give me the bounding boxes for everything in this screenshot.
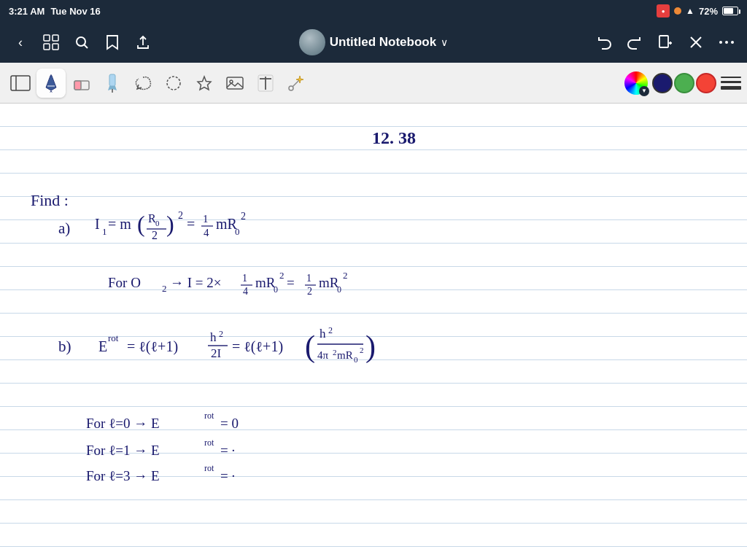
svg-text:h: h	[320, 327, 326, 341]
for-l1-label: For ℓ=1 → E	[86, 443, 160, 458]
battery-percentage: 72%	[699, 6, 718, 17]
svg-point-21	[167, 77, 180, 90]
svg-text:): )	[365, 330, 376, 364]
svg-text:2: 2	[219, 329, 223, 339]
svg-text:→  I = 2×: → I = 2×	[170, 275, 222, 290]
top-toolbar: ‹ Untitled Notebook ∨	[0, 22, 747, 63]
part-a-formula: I	[95, 216, 100, 232]
svg-line-5	[85, 45, 88, 49]
svg-point-29	[289, 86, 293, 90]
svg-text:2: 2	[279, 270, 285, 281]
svg-text:1: 1	[102, 226, 107, 237]
svg-text:4: 4	[243, 286, 248, 297]
toolbar-right	[591, 29, 740, 55]
magic-tool[interactable]	[282, 69, 311, 98]
status-bar: 3:21 AM Tue Nov 16 ● ▲ 72%	[0, 0, 747, 22]
color-picker-container: ▼	[624, 71, 648, 95]
color-red[interactable]	[696, 73, 716, 93]
time-display: 3:21 AM	[9, 6, 44, 17]
svg-text:= ·: = ·	[220, 468, 235, 483]
line-medium[interactable]	[721, 81, 741, 83]
redo-button[interactable]	[622, 29, 648, 55]
svg-text:4: 4	[204, 227, 209, 238]
svg-text:2: 2	[333, 348, 337, 357]
notebook-title[interactable]: Untitled Notebook	[330, 35, 436, 50]
svg-text:2: 2	[162, 283, 167, 294]
avatar	[299, 29, 325, 55]
part-b-formula: E	[98, 338, 107, 354]
svg-text:mR: mR	[337, 349, 353, 361]
find-label: Find :	[31, 191, 69, 209]
battery-icon	[722, 7, 738, 15]
sidebar-toggle[interactable]	[6, 69, 35, 98]
lasso-tool[interactable]	[128, 69, 158, 98]
search-button[interactable]	[69, 29, 95, 55]
bookmark-button[interactable]	[99, 29, 125, 55]
line-thickness-selector	[721, 77, 741, 90]
text-tool[interactable]	[251, 69, 280, 98]
svg-point-13	[731, 41, 734, 44]
title-chevron[interactable]: ∨	[441, 36, 448, 48]
pen-tool[interactable]	[36, 69, 66, 98]
svg-text:2: 2	[241, 211, 246, 222]
wifi-icon: ▲	[686, 6, 694, 16]
line-thick[interactable]	[721, 86, 741, 90]
color-navy[interactable]	[652, 73, 673, 93]
svg-text:= 0: = 0	[220, 416, 239, 431]
notebook-handwriting: 12. 38 Find : a) I 1 = m ( R 0 2 ) 2 = 1…	[0, 104, 747, 560]
line-thin[interactable]	[721, 77, 741, 78]
for-l0-label: For ℓ=0 → E	[86, 416, 160, 431]
status-left: 3:21 AM Tue Nov 16	[9, 6, 101, 17]
for-l3-label: For ℓ=3 → E	[86, 468, 160, 483]
for-o2: For O	[108, 275, 141, 290]
shape-circle-tool[interactable]	[159, 69, 188, 98]
eraser-tool[interactable]	[67, 69, 96, 98]
color-green[interactable]	[674, 73, 694, 93]
svg-text:=: =	[187, 216, 195, 232]
svg-text:rot: rot	[108, 332, 119, 343]
highlighter-tool[interactable]	[98, 69, 127, 98]
svg-text:2: 2	[152, 229, 158, 241]
more-button[interactable]	[713, 29, 740, 55]
date-display: Tue Nov 16	[50, 6, 100, 17]
svg-text:0: 0	[337, 284, 341, 295]
svg-point-11	[719, 41, 722, 44]
svg-text:0: 0	[354, 355, 358, 364]
share-button[interactable]	[130, 29, 156, 55]
svg-text:2: 2	[328, 325, 333, 335]
svg-line-28	[293, 79, 300, 87]
svg-text:= ·: = ·	[220, 443, 235, 458]
add-page-button[interactable]	[652, 29, 678, 55]
image-tool[interactable]	[220, 69, 249, 98]
svg-rect-2	[44, 44, 50, 50]
svg-text:2: 2	[307, 286, 312, 297]
color-picker-arrow: ▼	[639, 86, 649, 96]
close-button[interactable]	[683, 29, 709, 55]
status-right: ● ▲ 72%	[657, 4, 738, 18]
grid-button[interactable]	[38, 29, 64, 55]
star-tool[interactable]	[190, 69, 219, 98]
back-button[interactable]: ‹	[7, 29, 34, 55]
svg-text:2I: 2I	[211, 346, 222, 360]
svg-rect-3	[53, 44, 58, 50]
svg-text:=  ℓ(ℓ+1): = ℓ(ℓ+1)	[232, 338, 283, 355]
part-b-label: b)	[58, 338, 71, 355]
svg-text:= m: = m	[108, 216, 131, 232]
svg-text:rot: rot	[204, 463, 214, 473]
svg-text:): )	[166, 211, 174, 237]
title-area: Untitled Notebook ∨	[160, 29, 587, 55]
undo-button[interactable]	[591, 29, 617, 55]
svg-rect-18	[74, 81, 81, 90]
svg-text:=: =	[287, 275, 295, 290]
svg-text:(: (	[137, 211, 145, 237]
svg-text:2: 2	[178, 210, 183, 221]
canvas-area[interactable]: 12. 38 Find : a) I 1 = m ( R 0 2 ) 2 = 1…	[0, 104, 747, 560]
svg-text:0: 0	[274, 284, 278, 295]
svg-point-4	[77, 37, 85, 46]
color-picker-button[interactable]: ▼	[624, 71, 648, 95]
svg-rect-1	[53, 35, 58, 41]
problem-number: 12. 38	[372, 128, 416, 147]
record-indicator: ●	[657, 4, 670, 18]
svg-text:=  ℓ(ℓ+1): = ℓ(ℓ+1)	[127, 338, 178, 355]
svg-text:mR: mR	[319, 275, 339, 290]
